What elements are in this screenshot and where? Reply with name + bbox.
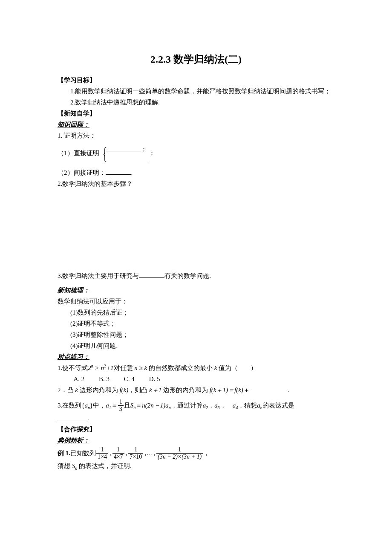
fill-blank[interactable] — [250, 386, 288, 392]
math-Sn2-sub: n — [75, 466, 77, 471]
math-k: k — [214, 364, 217, 371]
example-1-label: 例 1. — [58, 448, 70, 458]
ex2-period: . — [288, 387, 290, 393]
math-n2n1an: n(2n－1)a — [142, 402, 169, 409]
frac-den: 4×7 — [112, 453, 124, 460]
semicolon: ； — [141, 146, 147, 153]
ex2-c: 边形的内角和为 — [163, 387, 208, 393]
math-k2: k — [75, 387, 78, 393]
fraction-1-3: 13 — [118, 399, 124, 412]
example-1-question: 猜想 Sn 的表达式，并证明. — [58, 461, 334, 471]
subsection-examples: 典例精析： — [58, 435, 334, 445]
direct-proof-label: （1）直接证明 — [58, 150, 99, 156]
ex3-d: ＝ — [135, 400, 142, 410]
exercise-3-blank: . — [58, 413, 334, 423]
fill-blank[interactable] — [107, 157, 147, 163]
section-learning-objectives: 【学习目标】 — [58, 75, 334, 85]
objective-2: 2.数学归纳法中递推思想的理解. — [58, 97, 334, 107]
ex3-pre: 3.在数列{ — [58, 400, 84, 410]
ex2-a: 边形内角和为 — [80, 387, 118, 393]
frac-den: 1×4 — [96, 453, 108, 460]
ex2-pre: 2．凸 — [58, 387, 74, 393]
exercise-3: 3.在数列{an}中， a1＝13且 Sn＝n(2n－1)an，通过计算 a2，… — [58, 399, 334, 412]
ex3-f: ， — [208, 400, 214, 410]
ex3-h: ，猜想 — [238, 400, 257, 410]
frac-num: 1 — [177, 446, 182, 453]
ex2-d: ＋ — [243, 387, 250, 393]
option-d[interactable]: D. 5 — [149, 376, 160, 382]
section-cooperation: 【合作探究】 — [58, 424, 334, 434]
ex1-tail: 值为（ ） — [219, 364, 257, 371]
ex1q-post: 的表达式，并证明. — [79, 462, 132, 469]
comb-item-3: (3)证明整除性问题； — [58, 330, 334, 340]
frac-num: 1 — [99, 446, 105, 453]
ex1-mid: 对任意 — [114, 364, 133, 371]
math-exponent: n — [91, 364, 93, 368]
text-prefix: 3.数学归纳法主要用于研究与 — [58, 272, 139, 279]
fill-blank[interactable] — [139, 272, 164, 278]
ex3-tail: 的表达式是 — [262, 400, 294, 410]
subsection-exercise: 对点练习： — [58, 352, 334, 362]
math-fk1: f(k＋1)＝f(k) — [210, 387, 243, 393]
math-fk: f(k) — [119, 387, 128, 393]
ex1-post: 的自然数都成立的最小 — [149, 364, 213, 371]
review-item-1: 1. 证明方法： — [58, 130, 334, 141]
review-item-4: 3.数学归纳法主要用于研究与有关的数学问题. — [58, 271, 334, 281]
fraction-2: 14×7 — [112, 446, 124, 460]
math-an: a — [84, 402, 88, 409]
ex3-e: ，通过计算 — [171, 400, 203, 410]
option-c[interactable]: C. 4 — [124, 376, 135, 382]
text-suffix: 有关的数学问题. — [164, 272, 211, 279]
exercise-2: 2．凸 k 边形内角和为 f(k)，则凸 k＋1 边形的内角和为 f(k＋1)＝… — [58, 385, 334, 395]
math-a1: a — [106, 402, 109, 409]
review-item-1a: （1）直接证明 { ； ； — [58, 144, 334, 163]
ex1q-pre: 猜想 — [58, 462, 70, 469]
ex3-period: . — [87, 415, 89, 422]
left-brace-icon: { — [103, 147, 107, 161]
review-item-3: 2.数学归纳法的基本步骤？ — [58, 179, 334, 189]
comb-item-4: (4)证明几何问题. — [58, 341, 334, 351]
sequence-fractions: 11×4, 14×7, 17×10, …, 1(3n − 2)×(3n + 1) — [96, 446, 203, 460]
period: . — [131, 169, 133, 176]
comb-item-1: (1)数列的先猜后证； — [58, 307, 334, 318]
comb-item-2: (2)证明不等式； — [58, 318, 334, 329]
ex2-b: ，则凸 — [128, 387, 147, 393]
ex3-a: }中， — [90, 400, 106, 410]
fill-blank[interactable] — [106, 168, 131, 175]
fraction-4: 1(3n − 2)×(3n + 1) — [156, 446, 203, 460]
subsection-comb: 新知梳理： — [58, 285, 334, 295]
math-nk: n ≥ k — [134, 364, 147, 371]
exercise-1-options: A. 2 B. 3 C. 4 D. 5 — [58, 374, 334, 384]
frac-den: 7×10 — [128, 453, 143, 460]
blank-space — [58, 190, 334, 271]
ex3-b: ＝ — [111, 400, 118, 410]
ex3-c: 且 — [124, 400, 130, 410]
section-new-knowledge: 【新知自学】 — [58, 108, 334, 119]
math-n: n — [101, 364, 104, 371]
frac-den: (3n − 2)×(3n + 1) — [156, 453, 203, 460]
document-title: 2.2.3 数学归纳法(二) — [58, 51, 334, 67]
example-1: 例 1.已知数列 11×4, 14×7, 17×10, …, 1(3n − 2)… — [58, 446, 334, 460]
math-an2: a — [257, 402, 260, 409]
example-1-tail: ， — [203, 448, 210, 458]
math-kplus1: k＋1 — [149, 387, 161, 393]
option-a[interactable]: A. 2 — [74, 376, 85, 382]
frac-num: 1 — [115, 446, 121, 453]
objective-1: 1.能用数学归纳法证明一些简单的数学命题，并能严格按照数学归纳法证明问题的格式书… — [58, 86, 334, 96]
math-a3: a — [214, 402, 218, 409]
option-b[interactable]: B. 3 — [99, 376, 110, 382]
frac-den: 3 — [118, 405, 124, 412]
semicolon-outer: ； — [149, 150, 155, 156]
frac-num: 1 — [133, 446, 138, 453]
brace-group: { ； — [101, 144, 147, 163]
fraction-3: 17×10 — [128, 446, 143, 460]
indirect-proof-label: （2）间接证明： — [58, 169, 106, 176]
fraction-1: 11×4 — [96, 446, 108, 460]
fill-blank[interactable] — [107, 145, 141, 151]
review-item-2: （2）间接证明：. — [58, 168, 334, 178]
math-base: 2 — [88, 364, 91, 371]
math-plus1: +1 — [106, 364, 114, 371]
example-1-text: 已知数列 — [70, 448, 96, 458]
subsection-review: 知识回顾： — [58, 119, 334, 130]
fill-blank[interactable] — [58, 414, 87, 420]
